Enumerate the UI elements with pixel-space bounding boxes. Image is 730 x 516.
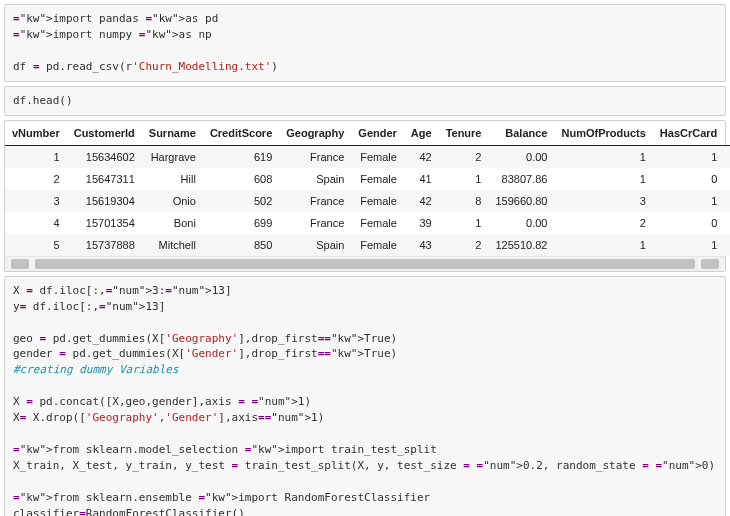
cell: 0	[653, 168, 724, 190]
cell: 0	[653, 212, 724, 234]
cell: 4	[5, 212, 67, 234]
cell: 1	[5, 145, 67, 168]
cell: 1	[653, 190, 724, 212]
cell: 2	[554, 212, 652, 234]
cell: Female	[351, 234, 404, 256]
cell: 1	[724, 234, 730, 256]
cell: 1	[653, 234, 724, 256]
code-cell-1: ="kw">import pandas ="kw">as pd ="kw">im…	[4, 4, 726, 82]
cell: 0.00	[488, 212, 554, 234]
cell: 1	[724, 145, 730, 168]
scroll-left-cap	[11, 259, 29, 269]
code-cell-2: df.head()	[4, 86, 726, 116]
cell: Onio	[142, 190, 203, 212]
cell: 1	[554, 234, 652, 256]
table-row: 515737888Mitchell850SpainFemale432125510…	[5, 234, 730, 256]
cell: Hill	[142, 168, 203, 190]
cell: 699	[203, 212, 279, 234]
cell: 15647311	[67, 168, 142, 190]
cell: 1	[439, 212, 489, 234]
cell: 8	[439, 190, 489, 212]
cell: Female	[351, 145, 404, 168]
col-header: IsActiveMember	[724, 121, 730, 146]
cell: 42	[404, 145, 439, 168]
table-row: 115634602Hargrave619FranceFemale4220.001…	[5, 145, 730, 168]
cell: 0	[724, 212, 730, 234]
cell: 850	[203, 234, 279, 256]
cell: 1	[554, 145, 652, 168]
cell: 3	[554, 190, 652, 212]
horizontal-scrollbar[interactable]	[5, 256, 725, 271]
table-row: 215647311Hill608SpainFemale41183807.8610…	[5, 168, 730, 190]
cell: 125510.82	[488, 234, 554, 256]
cell: 39	[404, 212, 439, 234]
cell: 608	[203, 168, 279, 190]
scroll-thumb[interactable]	[35, 259, 695, 269]
cell: Spain	[279, 168, 351, 190]
cell: 2	[439, 234, 489, 256]
cell: Spain	[279, 234, 351, 256]
cell: 619	[203, 145, 279, 168]
col-header: Gender	[351, 121, 404, 146]
cell: 83807.86	[488, 168, 554, 190]
cell: 0.00	[488, 145, 554, 168]
cell: 1	[554, 168, 652, 190]
cell: 15737888	[67, 234, 142, 256]
output-table: vNumberCustomerIdSurnameCreditScoreGeogr…	[4, 120, 726, 272]
cell: 15619304	[67, 190, 142, 212]
col-header: vNumber	[5, 121, 67, 146]
cell: 5	[5, 234, 67, 256]
cell: France	[279, 145, 351, 168]
cell: Boni	[142, 212, 203, 234]
cell: Female	[351, 190, 404, 212]
cell: 0	[724, 190, 730, 212]
cell: 1	[653, 145, 724, 168]
col-header: Geography	[279, 121, 351, 146]
cell: 2	[5, 168, 67, 190]
col-header: CustomerId	[67, 121, 142, 146]
col-header: HasCrCard	[653, 121, 724, 146]
cell: 3	[5, 190, 67, 212]
cell: France	[279, 212, 351, 234]
cell: Female	[351, 168, 404, 190]
cell: 15701354	[67, 212, 142, 234]
col-header: CreditScore	[203, 121, 279, 146]
cell: Mitchell	[142, 234, 203, 256]
cell: 159660.80	[488, 190, 554, 212]
cell: 1	[439, 168, 489, 190]
col-header: Age	[404, 121, 439, 146]
scroll-right-cap	[701, 259, 719, 269]
cell: Hargrave	[142, 145, 203, 168]
cell: 1	[724, 168, 730, 190]
cell: 43	[404, 234, 439, 256]
col-header: Surname	[142, 121, 203, 146]
cell: 41	[404, 168, 439, 190]
cell: Female	[351, 212, 404, 234]
cell: 42	[404, 190, 439, 212]
col-header: NumOfProducts	[554, 121, 652, 146]
cell: 2	[439, 145, 489, 168]
table-row: 315619304Onio502FranceFemale428159660.80…	[5, 190, 730, 212]
table-row: 415701354Boni699FranceFemale3910.0020093…	[5, 212, 730, 234]
cell: 502	[203, 190, 279, 212]
code-cell-3: X = df.iloc[:,="num">3:="num">13] y= df.…	[4, 276, 726, 516]
cell: France	[279, 190, 351, 212]
col-header: Tenure	[439, 121, 489, 146]
col-header: Balance	[488, 121, 554, 146]
cell: 15634602	[67, 145, 142, 168]
dataframe-table: vNumberCustomerIdSurnameCreditScoreGeogr…	[5, 121, 730, 256]
